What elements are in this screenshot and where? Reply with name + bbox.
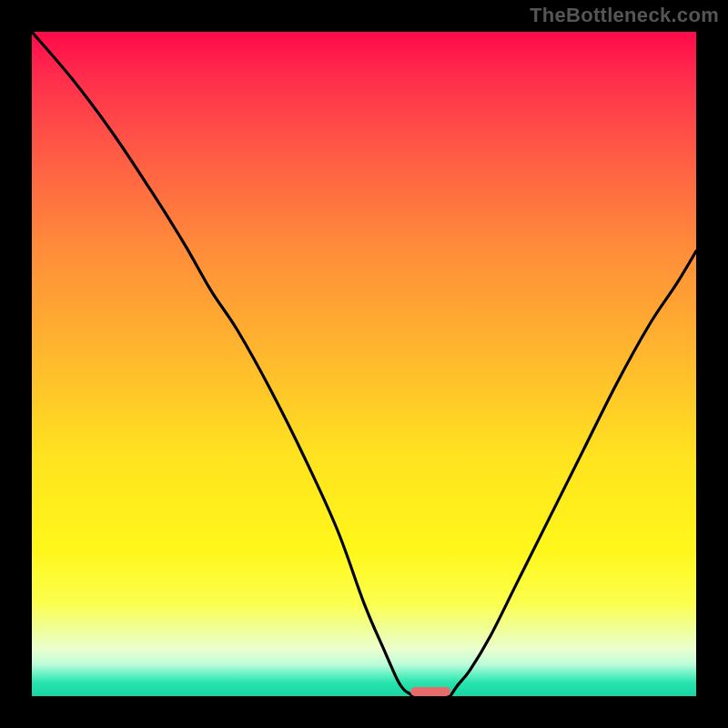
plot-area bbox=[32, 32, 696, 696]
optimal-point-marker bbox=[410, 687, 450, 696]
bottleneck-curve bbox=[32, 32, 696, 696]
chart-frame: TheBottleneck.com bbox=[0, 0, 728, 728]
curve-path bbox=[32, 32, 696, 696]
watermark-label: TheBottleneck.com bbox=[530, 4, 719, 27]
